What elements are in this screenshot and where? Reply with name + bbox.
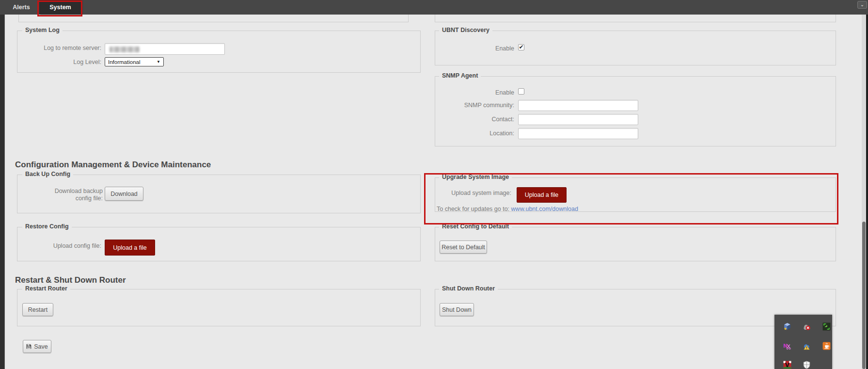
backup-config-label: Download backup config file: [37, 188, 103, 202]
system-log-section: System Log Log to remote server: Log Lev… [17, 31, 421, 73]
snmp-enable-checkbox[interactable] [518, 88, 524, 95]
redacted-server-value [110, 47, 140, 52]
remote-server-input[interactable] [105, 43, 225, 55]
log-level-select[interactable]: Informational ▼ [105, 57, 164, 66]
restart-button[interactable]: Restart [22, 303, 53, 316]
config-management-heading: Configuration Management & Device Mainte… [15, 160, 211, 170]
snmp-agent-legend: SNMP Agent [439, 72, 481, 79]
snmp-location-input[interactable] [518, 128, 638, 139]
save-icon [26, 344, 32, 349]
reset-config-legend: Reset Config to Default [439, 223, 512, 230]
restart-shutdown-heading: Restart & Shut Down Router [15, 275, 126, 285]
ubnt-download-link[interactable]: www.ubnt.com/download [511, 206, 578, 212]
download-button[interactable]: Download [105, 187, 143, 201]
shutdown-button[interactable]: Shut Down [440, 303, 474, 316]
reset-config-section: Reset Config to Default Reset to Default [435, 227, 836, 261]
vertical-scrollbar[interactable] [862, 15, 866, 369]
snmp-contact-label: Contact: [435, 116, 514, 123]
snmp-enable-label: Enable [435, 89, 514, 96]
window-right-edge [866, 0, 868, 369]
backup-config-section: Back Up Config Download backup config fi… [17, 175, 421, 213]
backup-config-legend: Back Up Config [22, 171, 73, 177]
restore-config-section: Restore Config Upload config file: Uploa… [17, 227, 421, 261]
cutoff-fieldset-left [18, 15, 409, 22]
upload-system-image-button[interactable]: Upload a file [517, 187, 567, 203]
snipping-tool-icon[interactable]: N [783, 342, 791, 350]
upgrade-system-image-legend: Upgrade System Image [439, 174, 512, 180]
cloud-warning-icon[interactable] [803, 342, 811, 350]
ubnt-enable-label: Enable [435, 45, 514, 52]
tab-bar: Alerts System [0, 0, 868, 15]
save-button-label: Save [34, 343, 48, 350]
upload-config-file-label: Upload config file: [17, 242, 101, 250]
upgrade-system-image-section: Upgrade System Image Upload system image… [435, 177, 836, 212]
ubnt-enable-checkbox[interactable]: ✔ [518, 44, 524, 50]
ubnt-discovery-section: UBNT Discovery Enable ✔ [435, 31, 836, 65]
svg-text:V: V [785, 362, 789, 369]
upload-config-file-button[interactable]: Upload a file [105, 240, 155, 256]
restore-config-legend: Restore Config [22, 223, 72, 230]
snmp-contact-input[interactable] [518, 114, 638, 125]
network-error-icon[interactable] [803, 322, 811, 331]
dropdown-arrow-icon: ▼ [157, 60, 160, 64]
snmp-agent-section: SNMP Agent Enable SNMP community: Contac… [435, 76, 836, 146]
tray-overflow-popup: N V [774, 315, 832, 369]
restart-router-section: Restart Router Restart [17, 289, 421, 326]
shutdown-router-legend: Shut Down Router [439, 285, 498, 292]
upload-system-image-label: Upload system image: [435, 190, 511, 197]
remote-screen-capture-icon[interactable] [822, 322, 831, 331]
chevron-down-icon[interactable]: ⌄ [857, 1, 867, 9]
virtualbox-cube-icon[interactable] [783, 322, 791, 331]
restart-router-legend: Restart Router [22, 285, 70, 292]
scrollbar-thumb[interactable] [862, 222, 866, 369]
snmp-community-input[interactable] [518, 100, 638, 111]
java-update-icon[interactable] [822, 342, 831, 350]
remote-server-label: Log to remote server: [17, 45, 101, 52]
v-checker-icon[interactable]: V [783, 361, 791, 369]
cutoff-fieldset-right [435, 15, 836, 22]
updates-note-text: To check for updates go to: [437, 206, 511, 212]
tab-alerts[interactable]: Alerts [9, 0, 34, 15]
ubnt-discovery-legend: UBNT Discovery [439, 27, 492, 33]
tab-system[interactable]: System [39, 0, 81, 15]
log-level-value: Informational [108, 59, 140, 65]
snmp-location-label: Location: [435, 130, 514, 137]
log-level-label: Log Level: [17, 59, 101, 66]
system-log-legend: System Log [22, 27, 63, 33]
snmp-community-label: SNMP community: [435, 102, 514, 109]
reset-to-default-button[interactable]: Reset to Default [440, 241, 487, 254]
defender-shield-icon[interactable] [803, 361, 811, 369]
save-button[interactable]: Save [23, 340, 51, 353]
window-left-edge [0, 15, 5, 369]
